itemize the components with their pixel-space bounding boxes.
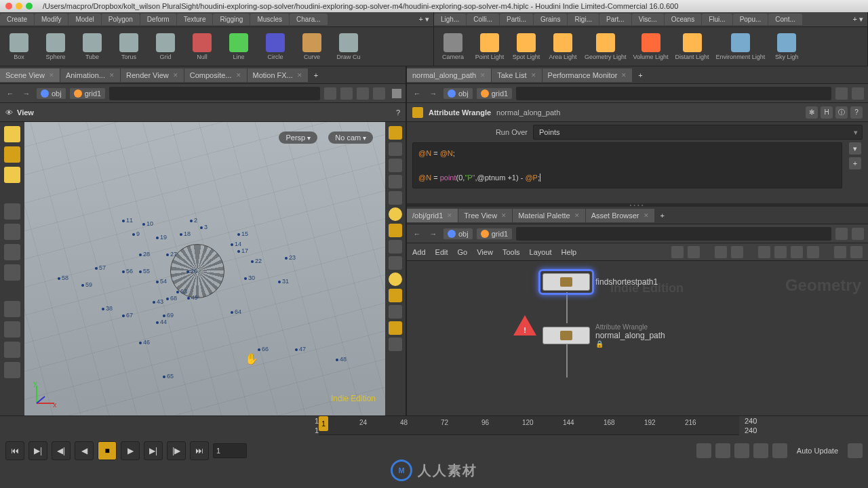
tool-camera[interactable]: Camera: [438, 33, 468, 60]
snap-tool-icon[interactable]: [4, 321, 20, 338]
net-opt9-icon[interactable]: [850, 246, 863, 258]
camera-menu[interactable]: No cam ▾: [328, 131, 373, 144]
node-name-label[interactable]: normal_along_path: [496, 108, 560, 117]
h-icon[interactable]: H: [821, 106, 833, 119]
display-opt11-icon[interactable]: [389, 321, 402, 335]
path-field[interactable]: [109, 87, 320, 100]
help-icon[interactable]: ?: [396, 108, 400, 117]
timeline-opt3-icon[interactable]: [734, 443, 749, 458]
code-expand-icon[interactable]: ▾: [849, 142, 861, 155]
add-tab-button[interactable]: +: [633, 70, 648, 81]
shelf-tab-texture[interactable]: Texture: [177, 14, 213, 25]
shelf-tab-muscles[interactable]: Muscles: [250, 14, 289, 25]
tool-pointlight[interactable]: Point Light: [475, 33, 505, 60]
shelf-tab-cont[interactable]: Cont...: [768, 14, 802, 25]
shelf-tab-oceans[interactable]: Oceans: [665, 14, 701, 25]
back-arrow-icon[interactable]: ←: [411, 87, 423, 100]
scale-tool-icon[interactable]: [4, 264, 20, 281]
path-segment-grid1[interactable]: grid1: [477, 228, 512, 239]
tool-torus[interactable]: Torus: [114, 33, 144, 60]
path-segment-grid1[interactable]: grid1: [477, 88, 512, 99]
forward-arrow-icon[interactable]: →: [427, 87, 439, 100]
menu-go[interactable]: Go: [458, 248, 468, 256]
path-segment-obj[interactable]: obj: [443, 228, 473, 239]
timeline-opt2-icon[interactable]: [715, 443, 730, 458]
shelf-tab-flui[interactable]: Flui...: [702, 14, 732, 25]
shelf-add-button[interactable]: + ▾: [415, 14, 433, 25]
tool-volumelight[interactable]: Volume Light: [633, 33, 669, 60]
close-tab-icon[interactable]: ✕: [447, 212, 452, 219]
display-opt10-icon[interactable]: [389, 305, 402, 319]
display-opt5-icon[interactable]: [389, 224, 402, 237]
display-opt3-icon[interactable]: [389, 175, 402, 188]
rotate-tool-icon[interactable]: [4, 244, 20, 260]
node-findshortestpath[interactable]: findshortestpath1: [542, 273, 658, 291]
display-opt7-icon[interactable]: [389, 256, 402, 270]
shelf-tab-grains[interactable]: Grains: [534, 14, 567, 25]
tool-curve[interactable]: Curve: [297, 33, 327, 60]
close-tab-icon[interactable]: ✕: [501, 212, 507, 219]
gear-icon[interactable]: ✻: [806, 106, 818, 119]
net-opt2-icon[interactable]: [688, 246, 700, 258]
net-opt8-icon[interactable]: [807, 246, 819, 258]
current-frame-input[interactable]: 1: [213, 443, 247, 458]
path-field[interactable]: [516, 227, 831, 241]
misc-tool-icon[interactable]: [4, 342, 20, 358]
shelf-tab-parti[interactable]: Parti...: [500, 14, 533, 25]
help-icon[interactable]: ?: [850, 106, 863, 119]
link-icon[interactable]: [852, 228, 864, 240]
stop-button[interactable]: ■: [98, 441, 117, 460]
network-canvas[interactable]: Geometry Indie Edition findshortestpath1…: [407, 261, 868, 415]
shelf-tab-deform[interactable]: Deform: [140, 14, 176, 25]
tab--obj-grid1[interactable]: /obj/grid1✕: [407, 209, 458, 222]
close-tab-icon[interactable]: ✕: [480, 72, 486, 79]
play-back-button[interactable]: ▶|: [28, 441, 47, 460]
tool-arealight[interactable]: Area Light: [548, 33, 578, 60]
display-opt2-icon[interactable]: [389, 142, 402, 156]
timeline-opt6-icon[interactable]: [848, 443, 863, 458]
node-normal-along-path[interactable]: Attribute Wrangle normal_along_path 🔒: [542, 323, 665, 348]
step-back-button[interactable]: ◀|: [52, 441, 71, 460]
menu-tools[interactable]: Tools: [502, 248, 520, 256]
shelf-tab-rigging[interactable]: Rigging: [213, 14, 250, 25]
tab-composite-[interactable]: Composite...✕: [184, 68, 247, 82]
tool-spotlight[interactable]: Spot Light: [511, 33, 541, 60]
shelf-tab-part[interactable]: Part...: [599, 14, 631, 25]
link-icon[interactable]: [852, 87, 864, 100]
tool-drawcu[interactable]: Draw Cu: [334, 33, 363, 60]
tool-environmentlight[interactable]: Environment Light: [716, 33, 766, 60]
pin-icon[interactable]: [835, 87, 848, 100]
tab-scene-view[interactable]: Scene View✕: [0, 68, 60, 82]
pin-icon[interactable]: [835, 228, 848, 240]
shelf-add-button[interactable]: + ▾: [849, 14, 867, 25]
warning-icon[interactable]: !: [513, 315, 536, 336]
first-frame-button[interactable]: ⏮: [5, 441, 24, 460]
tab-asset-browser[interactable]: Asset Browser✕: [586, 209, 654, 222]
path-segment-obj[interactable]: obj: [37, 88, 66, 99]
display-opt12-icon[interactable]: [389, 338, 402, 351]
close-tab-icon[interactable]: ✕: [173, 72, 178, 79]
menu-view[interactable]: View: [477, 248, 493, 256]
tab-performance-monitor[interactable]: Performance Monitor✕: [542, 68, 633, 82]
forward-arrow-icon[interactable]: →: [20, 87, 33, 100]
select-tool-icon[interactable]: [4, 126, 20, 142]
prev-frame-button[interactable]: ◀: [75, 441, 94, 460]
next-frame-button[interactable]: ▶|: [144, 441, 163, 460]
light-icon[interactable]: [389, 207, 402, 221]
pin-icon[interactable]: [324, 87, 336, 100]
close-tab-icon[interactable]: ✕: [644, 212, 649, 219]
tool-line[interactable]: Line: [224, 33, 254, 60]
tool-geometrylight[interactable]: Geometry Light: [585, 33, 627, 60]
run-over-dropdown[interactable]: Points▾: [533, 125, 863, 140]
pointer-tool-icon[interactable]: [4, 203, 20, 220]
tool-box[interactable]: Box: [4, 33, 34, 60]
tool-null[interactable]: Null: [187, 33, 217, 60]
net-opt5-icon[interactable]: [758, 246, 770, 258]
net-opt6-icon[interactable]: [774, 246, 787, 258]
shelf-tab-popu[interactable]: Popu...: [733, 14, 768, 25]
link-icon[interactable]: [340, 87, 353, 100]
menu-help[interactable]: Help: [561, 248, 577, 256]
info-icon[interactable]: ⓘ: [835, 106, 848, 119]
opt2-icon[interactable]: [373, 87, 385, 100]
timeline-opt5-icon[interactable]: [772, 443, 787, 458]
